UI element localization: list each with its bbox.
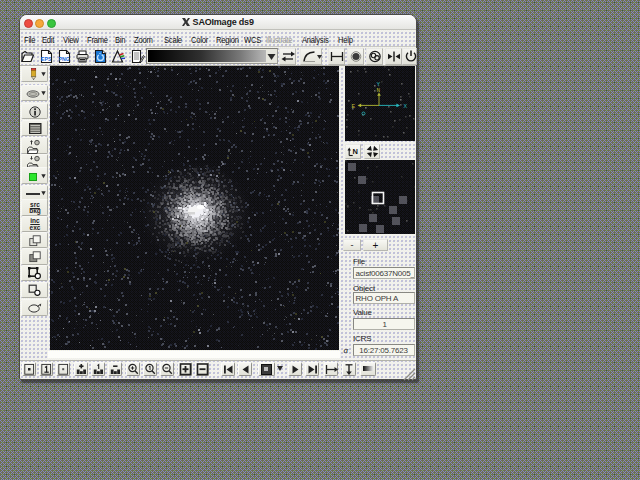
svg-text:E: E <box>351 103 355 110</box>
svg-text:PNG: PNG <box>58 56 69 62</box>
svg-text:N: N <box>353 147 358 156</box>
svg-text:EPS: EPS <box>41 56 52 62</box>
svg-text:X: X <box>403 103 407 110</box>
svg-text:N: N <box>376 86 380 93</box>
